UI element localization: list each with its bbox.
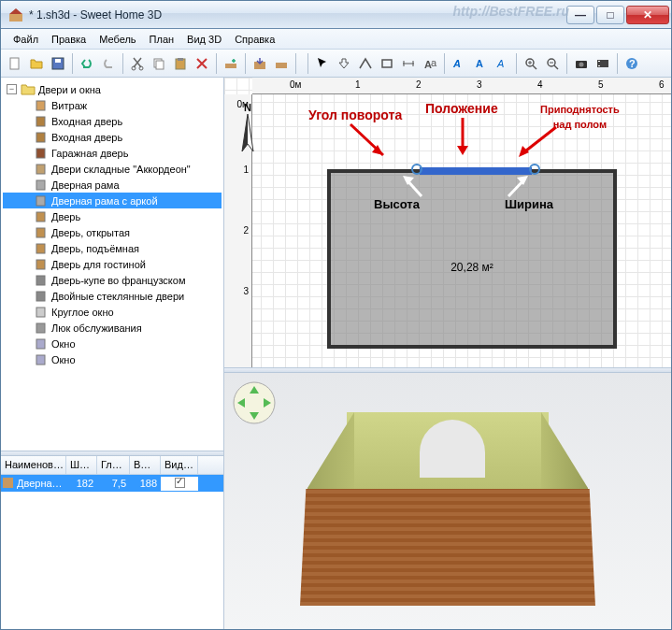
- tree-item[interactable]: Дверь, подъёмная: [3, 240, 222, 256]
- add-furniture-button[interactable]: [221, 53, 241, 74]
- room-area-text: 20,28 м²: [450, 261, 493, 274]
- col-width[interactable]: Ш…: [66, 456, 97, 474]
- svg-rect-11: [225, 64, 236, 68]
- annotation-position: Положение: [425, 101, 498, 116]
- minimize-button[interactable]: —: [566, 6, 594, 24]
- help-button[interactable]: ?: [622, 53, 642, 74]
- cut-button[interactable]: [127, 53, 148, 74]
- titlebar: * 1.sh3d - Sweet Home 3D http://BestFREE…: [1, 1, 671, 29]
- tree-item[interactable]: Окно: [3, 336, 222, 351]
- furniture-icon: [34, 131, 49, 143]
- col-depth[interactable]: Гл…: [97, 456, 130, 474]
- close-button[interactable]: ✕: [626, 6, 669, 24]
- import-button[interactable]: [250, 53, 270, 74]
- furniture-icon: [34, 210, 49, 222]
- select-button[interactable]: [312, 53, 333, 74]
- menu-3dview[interactable]: Вид 3D: [180, 32, 228, 47]
- create-dimension-button[interactable]: [398, 53, 419, 74]
- arrow-white-icon: [505, 173, 533, 199]
- furniture-icon: [34, 242, 49, 254]
- video-button[interactable]: [593, 53, 613, 74]
- tree-item[interactable]: Окно: [3, 351, 222, 367]
- bold-button[interactable]: A: [470, 53, 491, 74]
- new-button[interactable]: [5, 53, 25, 74]
- 3d-nav-control[interactable]: [232, 380, 277, 425]
- svg-rect-36: [36, 196, 45, 206]
- menu-edit[interactable]: Правка: [45, 32, 93, 47]
- plan-view[interactable]: 0м123456 0м123 N Угол поворота Положение…: [224, 78, 671, 367]
- col-visible[interactable]: Вид…: [161, 456, 198, 474]
- room-shape[interactable]: 20,28 м²: [327, 169, 617, 349]
- label-width: Ширина: [505, 197, 553, 211]
- redo-button[interactable]: [98, 53, 119, 74]
- tree-item[interactable]: Двойные стеклянные двери: [3, 288, 222, 304]
- italic-button[interactable]: A: [492, 53, 512, 74]
- furniture-icon: [34, 258, 49, 270]
- svg-point-24: [579, 62, 584, 66]
- tree-item[interactable]: Витраж: [3, 97, 222, 113]
- furniture-icon: [34, 306, 49, 318]
- menu-help[interactable]: Справка: [228, 32, 281, 47]
- svg-marker-1: [9, 8, 22, 14]
- photo-button[interactable]: [571, 53, 592, 74]
- arrow-icon: [514, 124, 561, 162]
- collapse-icon[interactable]: −: [7, 84, 17, 94]
- furniture-icon: [34, 353, 49, 365]
- svg-text:A: A: [452, 58, 461, 69]
- create-label-button[interactable]: Aa: [420, 53, 440, 74]
- tree-item[interactable]: Дверная рама с аркой: [3, 193, 222, 208]
- tree-item[interactable]: Гаражная дверь: [3, 145, 222, 161]
- create-walls-button[interactable]: [355, 53, 376, 74]
- furniture-tree[interactable]: − Двери и окна ВитражВходная дверьВходна…: [1, 78, 223, 451]
- menubar: Файл Правка Мебель План Вид 3D Справка: [1, 29, 671, 50]
- tree-item[interactable]: Дверная рама: [3, 177, 222, 193]
- tree-item[interactable]: Дверь: [3, 208, 222, 224]
- tree-item[interactable]: Входная дверь: [3, 113, 222, 129]
- open-button[interactable]: [26, 53, 47, 74]
- furniture-icon: [34, 179, 49, 191]
- svg-rect-27: [598, 65, 600, 66]
- svg-rect-43: [36, 308, 45, 317]
- menu-plan[interactable]: План: [143, 32, 181, 47]
- furniture-icon: [34, 99, 49, 111]
- tree-item[interactable]: Дверь, открытая: [3, 224, 222, 240]
- tree-item[interactable]: Двери складные "Аккордеон": [3, 161, 222, 177]
- svg-rect-44: [36, 323, 45, 333]
- tree-item[interactable]: Дверь для гостиной: [3, 256, 222, 272]
- undo-button[interactable]: [77, 53, 97, 74]
- create-room-button[interactable]: [377, 53, 397, 74]
- menu-file[interactable]: Файл: [7, 32, 45, 47]
- 3d-view[interactable]: [224, 373, 671, 629]
- svg-rect-40: [36, 260, 45, 269]
- tree-item[interactable]: Входная дверь: [3, 129, 222, 145]
- paste-button[interactable]: [170, 53, 191, 74]
- import-group-button[interactable]: [271, 53, 292, 74]
- text-style-button[interactable]: A: [449, 53, 469, 74]
- room-3d-model: [307, 412, 588, 609]
- save-button[interactable]: [48, 53, 68, 74]
- zoom-out-button[interactable]: [542, 53, 563, 74]
- arch-opening: [420, 420, 485, 478]
- furniture-icon: [34, 147, 49, 159]
- visible-checkbox[interactable]: [175, 478, 185, 488]
- label-height: Высота: [374, 197, 420, 211]
- delete-button[interactable]: [192, 53, 212, 74]
- furniture-icon: [34, 115, 49, 127]
- tree-root-doors-windows[interactable]: − Двери и окна: [3, 81, 222, 97]
- maximize-button[interactable]: □: [596, 6, 624, 24]
- tree-item[interactable]: Круглое окно: [3, 304, 222, 320]
- copy-button[interactable]: [149, 53, 169, 74]
- svg-rect-26: [598, 61, 600, 62]
- tree-item[interactable]: Дверь-купе во французском: [3, 272, 222, 288]
- pan-button[interactable]: [334, 53, 354, 74]
- toolbar: Aa A A A ?: [1, 50, 671, 78]
- furniture-row[interactable]: Дверна… 182 7,5 188: [1, 475, 223, 492]
- col-name[interactable]: Наименов…: [1, 456, 66, 474]
- zoom-in-button[interactable]: [521, 53, 541, 74]
- folder-icon: [21, 83, 36, 95]
- svg-text:N: N: [244, 102, 251, 113]
- tree-item[interactable]: Люк обслуживания: [3, 320, 222, 336]
- menu-furniture[interactable]: Мебель: [93, 32, 142, 47]
- col-height[interactable]: В…: [130, 456, 161, 474]
- svg-text:A: A: [496, 58, 504, 69]
